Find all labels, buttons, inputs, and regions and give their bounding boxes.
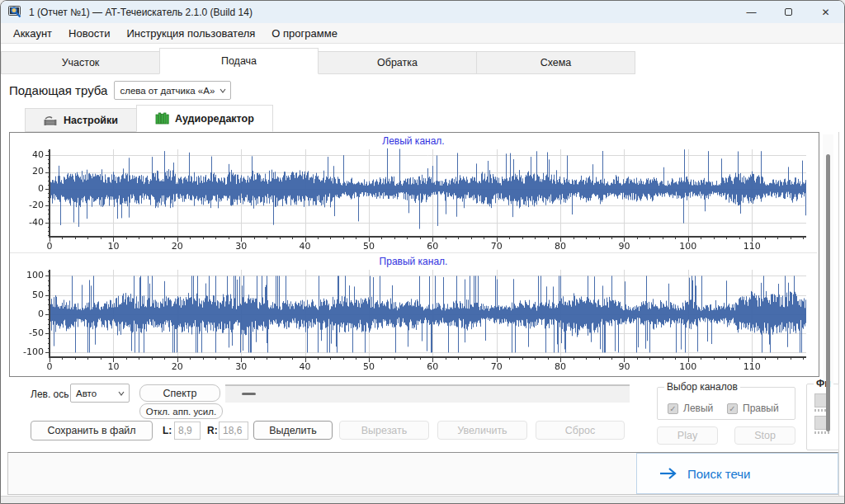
app-logo-icon [8, 6, 22, 18]
filter-caption-2 [814, 431, 829, 434]
cut-button[interactable]: Вырезать [339, 421, 429, 440]
filters-group-title: Фи [814, 378, 833, 389]
app-window: 1 (Отчет №1) — АТ-Течеискатель 2.1.0 (Bu… [0, 0, 845, 504]
l-value-input[interactable] [174, 422, 201, 440]
filters-group: Фи [806, 378, 839, 450]
title-bar: 1 (Отчет №1) — АТ-Течеискатель 2.1.0 (Bu… [1, 1, 844, 23]
right-channel-title: Правый канал. [10, 253, 817, 268]
menu-item-about[interactable]: О программе [263, 23, 346, 44]
r-value-input[interactable] [219, 422, 248, 440]
maximize-button[interactable] [770, 1, 807, 23]
subtab-audio-editor[interactable]: Аудиоредактор [136, 105, 273, 132]
right-channel-chart: Правый канал. [10, 252, 817, 373]
hw-gain-off-button[interactable]: Откл. апп. усил. [139, 403, 223, 419]
pipe-label: Подающая труба [9, 83, 107, 97]
close-button[interactable]: ✕ [807, 1, 844, 23]
leak-search-button[interactable]: Поиск течи [636, 453, 838, 494]
channel-select-title: Выбор каналов [664, 381, 740, 393]
left-channel-chart: Левый канал. [10, 133, 817, 252]
pipe-position-select[interactable]: слева от датчика «А» [114, 81, 231, 100]
menu-item-news[interactable]: Новости [60, 23, 118, 44]
menu-item-user-guide[interactable]: Инструкция пользователя [118, 23, 263, 44]
minimize-button[interactable]: — [733, 1, 770, 23]
left-channel-checkbox-label: Левый [683, 403, 713, 414]
arrow-right-icon [659, 467, 678, 480]
l-label: L: [163, 425, 172, 436]
play-button[interactable]: Play [657, 426, 718, 445]
left-channel-waveform[interactable] [12, 148, 816, 252]
right-channel-waveform[interactable] [12, 268, 816, 373]
pipe-position-value: слева от датчика «А» [120, 86, 215, 96]
right-channel-checkbox-label: Правый [743, 403, 779, 414]
subtab-settings-label: Настройки [64, 115, 118, 126]
left-axis-select[interactable]: Авто [70, 384, 130, 403]
subtab-audio-editor-label: Аудиоредактор [175, 113, 254, 125]
spectrum-button[interactable]: Спектр [139, 384, 220, 402]
left-channel-title: Левый канал. [10, 133, 817, 148]
r-label: R: [207, 425, 218, 436]
editor-tab-strip: Настройки Аудиоредактор [26, 105, 273, 132]
tab-supply[interactable]: Подача [159, 48, 319, 74]
menu-item-account[interactable]: Аккаунт [5, 23, 60, 44]
window-bottom-edge [1, 496, 845, 504]
left-channel-checkbox[interactable]: ✓ Левый [668, 403, 713, 414]
maximize-icon [785, 8, 792, 16]
tab-return[interactable]: Обратка [318, 51, 477, 74]
valve-icon [44, 115, 58, 126]
save-to-file-button[interactable]: Сохранить в файл [31, 421, 153, 440]
stop-button[interactable]: Stop [734, 426, 795, 445]
slider-thumb[interactable] [242, 393, 256, 395]
chevron-down-icon [118, 391, 125, 396]
left-axis-label: Лев. ось [31, 389, 69, 400]
window-title: 1 (Отчет №1) — АТ-Течеискатель 2.1.0 (Bu… [29, 7, 253, 18]
tab-section[interactable]: Участок [1, 51, 160, 74]
pipe-selector-row: Подающая труба слева от датчика «А» [9, 81, 231, 100]
tab-scheme[interactable]: Схема [476, 51, 635, 74]
waveform-panel: Левый канал. Правый канал. [9, 132, 819, 377]
main-tab-strip: Участок Подача Обратка Схема [2, 48, 635, 74]
subtab-settings[interactable]: Настройки [25, 108, 137, 132]
checkbox-checked-icon: ✓ [668, 403, 678, 414]
select-button[interactable]: Выделить [253, 421, 333, 440]
chevron-down-icon [220, 88, 226, 93]
menu-bar: Аккаунт Новости Инструкция пользователя … [1, 23, 844, 44]
vertical-scrollbar-thumb[interactable] [826, 154, 830, 431]
channel-select-group: Выбор каналов ✓ Левый ✓ Правый [657, 381, 795, 420]
equalizer-icon [155, 112, 169, 125]
right-channel-checkbox[interactable]: ✓ Правый [727, 403, 779, 414]
left-axis-value: Авто [76, 389, 97, 398]
checkbox-checked-icon: ✓ [727, 403, 738, 414]
reset-button[interactable]: Сброс [536, 421, 625, 440]
position-slider[interactable] [225, 384, 630, 403]
zoom-button[interactable]: Увеличить [437, 421, 527, 440]
leak-search-label: Поиск течи [687, 467, 750, 481]
